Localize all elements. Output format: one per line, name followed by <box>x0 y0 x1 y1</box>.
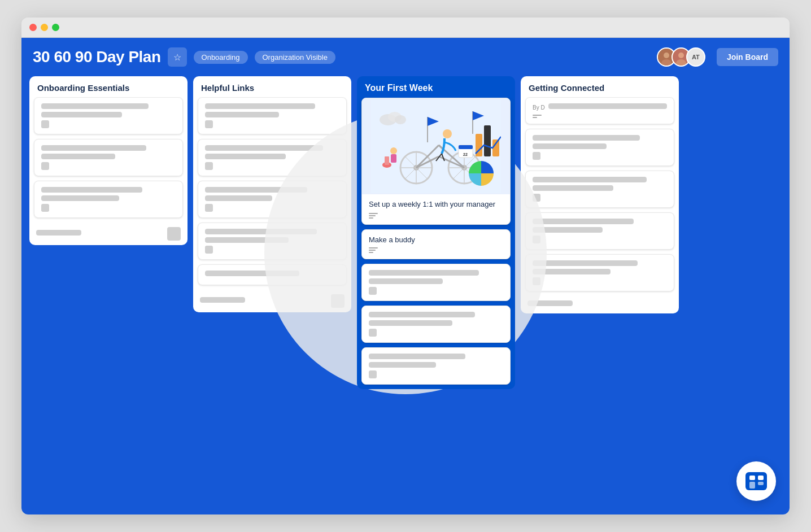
card-icon <box>533 152 540 160</box>
trello-bar-tl <box>749 476 755 480</box>
card-icon <box>41 162 49 170</box>
card-icon <box>41 204 49 212</box>
card-gc-2[interactable] <box>525 129 674 166</box>
card-fw-extra-3[interactable] <box>361 347 511 385</box>
card-featured[interactable]: 22 Set up a weekly 1:1 with your manager <box>361 98 511 225</box>
list-helpful-links: Helpful Links <box>193 76 351 312</box>
card-icon <box>205 120 213 128</box>
add-card-row-gc <box>525 298 674 309</box>
list-content-first-week: 22 Set up a weekly 1:1 with your manager <box>357 98 515 389</box>
svg-text:22: 22 <box>463 152 468 156</box>
add-card-icon-oe[interactable] <box>167 227 181 241</box>
list-content-onboarding <box>29 97 188 245</box>
traffic-light-maximize[interactable] <box>52 24 59 31</box>
svg-point-35 <box>390 147 397 154</box>
card-icon <box>205 246 213 254</box>
avatar-initials: AT <box>692 54 700 60</box>
avatar-group: AT <box>657 47 705 67</box>
card-fw-extra-1[interactable] <box>361 264 511 301</box>
card-oe-3[interactable] <box>34 181 183 218</box>
svg-point-44 <box>395 115 406 124</box>
add-card-row-oe <box>34 225 183 241</box>
svg-rect-32 <box>484 125 491 156</box>
card-icon <box>369 329 377 337</box>
card-icon <box>533 194 540 202</box>
window-frame: 30 60 90 Day Plan ☆ Onboarding Organizat… <box>21 18 790 514</box>
star-icon: ☆ <box>173 52 181 63</box>
card-gc-4[interactable] <box>525 212 674 250</box>
card-make-buddy[interactable]: Make a buddy <box>361 229 511 259</box>
add-card-icon-hl[interactable] <box>331 294 345 308</box>
trello-badge[interactable] <box>736 461 776 501</box>
trello-col-left <box>749 476 755 489</box>
avatar-at[interactable]: AT <box>686 47 705 67</box>
card-menu-icon[interactable] <box>369 213 378 219</box>
svg-rect-38 <box>385 156 389 165</box>
card-gc-3[interactable] <box>525 171 674 208</box>
list-content-connected: By D <box>521 97 679 313</box>
list-onboarding-essentials: Onboarding Essentials <box>29 76 188 245</box>
card-icon <box>533 277 540 285</box>
trello-icon <box>745 472 767 490</box>
card-icon <box>205 204 213 212</box>
svg-rect-36 <box>391 154 396 163</box>
list-header-onboarding: Onboarding Essentials <box>29 76 188 97</box>
svg-point-1 <box>664 53 669 58</box>
board-container: 30 60 90 Day Plan ☆ Onboarding Organizat… <box>21 38 790 514</box>
card-hl-2[interactable] <box>198 139 347 176</box>
trello-bar-br <box>758 482 764 485</box>
card-body: Set up a weekly 1:1 with your manager <box>362 194 510 224</box>
tag-onboarding[interactable]: Onboarding <box>194 51 248 64</box>
trello-bar-bl <box>749 482 755 489</box>
trello-col-right <box>758 476 764 485</box>
card-buddy-title: Make a buddy <box>369 236 503 244</box>
card-description: Set up a weekly 1:1 with your manager <box>369 200 503 208</box>
trello-bar-tr <box>758 476 764 480</box>
card-gc1-menu-icon[interactable] <box>533 115 542 118</box>
list-header-connected: Getting Connected <box>521 76 679 97</box>
by-d-label: By D <box>533 104 545 111</box>
board-title: 30 60 90 Day Plan <box>33 48 161 66</box>
card-icon <box>369 370 377 378</box>
traffic-light-minimize[interactable] <box>41 24 48 31</box>
list-getting-connected: Getting Connected By D <box>521 76 679 313</box>
card-icon <box>533 236 540 243</box>
card-image: 22 <box>362 98 510 194</box>
card-icon <box>41 120 49 128</box>
list-your-first-week: Your First Week <box>357 76 515 389</box>
window-titlebar <box>21 18 790 38</box>
list-header-helpful: Helpful Links <box>193 76 351 97</box>
traffic-light-close[interactable] <box>29 24 37 31</box>
card-gc-1[interactable]: By D <box>525 97 674 124</box>
lists-area: Onboarding Essentials <box>21 76 790 514</box>
card-oe-1[interactable] <box>34 97 183 134</box>
list-header-first-week: Your First Week <box>357 76 515 98</box>
star-button[interactable]: ☆ <box>168 47 187 67</box>
card-gc-5[interactable] <box>525 254 674 291</box>
card-icon <box>369 287 377 295</box>
card-hl-5[interactable] <box>198 264 347 285</box>
svg-point-24 <box>443 129 452 138</box>
add-card-row-hl <box>198 292 347 308</box>
card-hl-3[interactable] <box>198 181 347 218</box>
svg-point-4 <box>678 53 684 58</box>
card-hl-4[interactable] <box>198 223 347 260</box>
card-hl-1[interactable] <box>198 97 347 134</box>
card-buddy-menu-icon[interactable] <box>369 247 378 253</box>
list-content-helpful <box>193 97 351 312</box>
card-icon <box>205 162 213 170</box>
card-fw-extra-2[interactable] <box>361 306 511 343</box>
svg-rect-40 <box>459 145 473 149</box>
card-oe-2[interactable] <box>34 139 183 176</box>
svg-rect-33 <box>492 139 499 156</box>
board-header: 30 60 90 Day Plan ☆ Onboarding Organizat… <box>21 38 790 76</box>
tag-org-visible[interactable]: Organization Visible <box>255 51 335 64</box>
join-board-button[interactable]: Join Board <box>717 48 778 66</box>
